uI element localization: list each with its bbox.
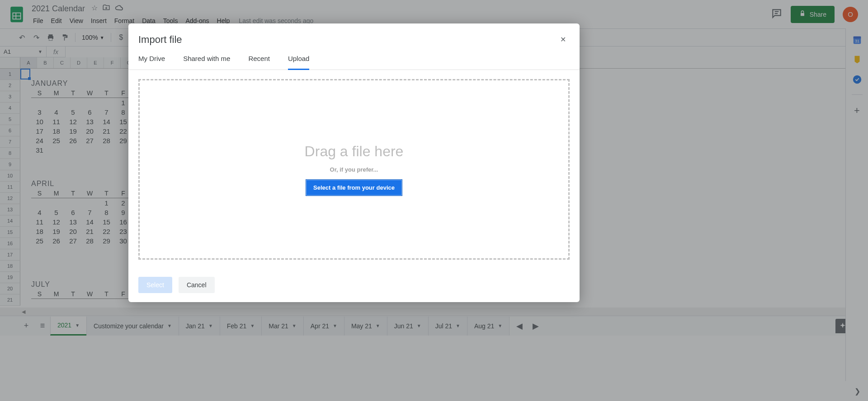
- tab-my-drive[interactable]: My Drive: [138, 49, 165, 70]
- select-button[interactable]: Select: [138, 277, 172, 293]
- dropzone-subtitle: Or, if you prefer...: [330, 166, 378, 173]
- dialog-title: Import file: [138, 34, 557, 46]
- select-file-button[interactable]: Select a file from your device: [306, 179, 402, 196]
- cancel-button[interactable]: Cancel: [179, 277, 215, 293]
- dropzone-title: Drag a file here: [305, 143, 404, 160]
- import-file-dialog: Import file ✕ My Drive Shared with me Re…: [128, 23, 580, 302]
- dialog-tabs: My Drive Shared with me Recent Upload: [128, 49, 580, 70]
- close-icon[interactable]: ✕: [557, 33, 570, 46]
- tab-shared-with-me[interactable]: Shared with me: [183, 49, 230, 70]
- tab-upload[interactable]: Upload: [288, 49, 310, 70]
- tab-recent[interactable]: Recent: [248, 49, 270, 70]
- file-dropzone[interactable]: Drag a file here Or, if you prefer... Se…: [138, 79, 570, 260]
